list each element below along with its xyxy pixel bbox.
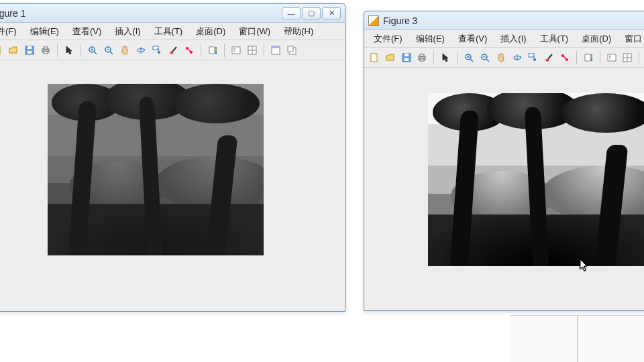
toolbar-separator [600, 51, 600, 64]
window-controls: — ▢ ✕ [282, 7, 341, 19]
svg-point-16 [158, 51, 160, 54]
figure-window-3: Figure 3 文件(F) 编辑(E) 查看(V) 插入(I) 工具(T) 桌… [364, 11, 644, 311]
pan-icon[interactable] [494, 50, 508, 65]
menu-help[interactable]: 帮助(H) [277, 23, 320, 40]
menu-window[interactable]: 窗口 [618, 31, 644, 47]
svg-line-8 [94, 52, 97, 54]
menu-file[interactable]: 件(F) [0, 23, 23, 40]
svg-rect-24 [232, 47, 240, 54]
menubar: 文件(F) 编辑(E) 查看(V) 插入(I) 工具(T) 桌面(D) 窗口 [364, 30, 644, 48]
svg-line-55 [564, 56, 566, 59]
open-file-icon[interactable] [383, 50, 398, 65]
svg-rect-36 [405, 54, 409, 56]
svg-line-46 [486, 59, 489, 62]
svg-line-42 [470, 59, 473, 62]
layout-icon[interactable] [245, 43, 260, 58]
menu-desktop[interactable]: 桌面(D) [575, 31, 618, 47]
datacursor-icon[interactable] [525, 50, 540, 65]
menu-tools[interactable]: 工具(T) [533, 31, 576, 47]
menu-insert[interactable]: 插入(I) [494, 31, 533, 47]
svg-rect-6 [44, 52, 48, 54]
figure-image [428, 93, 644, 266]
pointer-icon[interactable] [62, 43, 76, 58]
toolbar-separator [57, 44, 58, 57]
svg-rect-39 [420, 54, 424, 56]
figure-window-1: Figure 1 — ▢ ✕ 件(F) 编辑(E) 查看(V) 插入(I) 工具… [0, 3, 345, 312]
svg-line-18 [172, 47, 176, 52]
svg-point-50 [533, 58, 536, 61]
titlebar[interactable]: Figure 1 — ▢ ✕ [0, 4, 345, 23]
save-icon[interactable] [399, 50, 414, 65]
dock-icon[interactable] [268, 43, 283, 58]
menu-edit[interactable]: 编辑(E) [23, 23, 66, 40]
menu-view[interactable]: 查看(V) [66, 23, 108, 40]
menu-file[interactable]: 文件(F) [367, 31, 409, 47]
brush-icon[interactable] [541, 50, 556, 65]
toolbar-separator [457, 51, 458, 64]
svg-line-21 [188, 49, 191, 52]
close-button[interactable]: ✕ [322, 7, 341, 19]
menu-insert[interactable]: 插入(I) [108, 23, 147, 40]
link-icon[interactable] [182, 43, 197, 58]
svg-rect-33 [288, 46, 293, 52]
svg-line-52 [548, 54, 552, 59]
minimize-button[interactable]: — [282, 7, 301, 19]
pan-icon[interactable] [117, 43, 132, 58]
menu-view[interactable]: 查看(V) [451, 31, 494, 47]
toolbar-separator [201, 44, 201, 57]
rotate3d-icon[interactable] [510, 50, 525, 65]
rotate3d-icon[interactable] [133, 43, 148, 58]
figure-canvas[interactable] [364, 68, 644, 310]
new-file-icon[interactable] [0, 43, 5, 58]
menu-edit[interactable]: 编辑(E) [409, 31, 451, 47]
svg-line-12 [110, 52, 113, 54]
toolbar-separator [264, 44, 264, 57]
background-panel [510, 315, 644, 362]
toolbar [364, 48, 644, 68]
link-icon[interactable] [557, 50, 572, 65]
menu-tools[interactable]: 工具(T) [148, 23, 190, 40]
svg-rect-5 [44, 47, 48, 49]
layout-icon[interactable] [621, 50, 635, 65]
svg-rect-22 [209, 47, 215, 54]
pointer-icon[interactable] [438, 50, 453, 65]
zoom-in-icon[interactable] [462, 50, 476, 65]
app-icon [368, 15, 379, 26]
menubar: 件(F) 编辑(E) 查看(V) 插入(I) 工具(T) 桌面(D) 窗口(W)… [0, 23, 345, 40]
print-icon[interactable] [38, 43, 53, 58]
svg-rect-31 [272, 46, 280, 48]
zoom-out-icon[interactable] [101, 43, 116, 58]
svg-rect-2 [28, 46, 32, 49]
zoom-in-icon[interactable] [85, 43, 100, 58]
datacursor-icon[interactable] [150, 43, 164, 58]
titlebar[interactable]: Figure 3 [364, 11, 644, 30]
toolbar [0, 40, 345, 60]
undock-icon[interactable] [284, 43, 299, 58]
figure-image [48, 84, 264, 255]
svg-rect-37 [405, 58, 409, 61]
menu-window[interactable]: 窗口(W) [232, 23, 277, 40]
zoom-out-icon[interactable] [478, 50, 492, 65]
open-file-icon[interactable] [6, 43, 21, 58]
save-icon[interactable] [22, 43, 37, 58]
toolbar-separator [224, 44, 225, 57]
legend-icon[interactable] [604, 50, 619, 65]
print-icon[interactable] [415, 50, 429, 65]
maximize-button[interactable]: ▢ [302, 7, 321, 19]
colorbar-icon[interactable] [205, 43, 220, 58]
toolbar-separator [639, 51, 639, 64]
toolbar-separator [576, 51, 577, 64]
colorbar-icon[interactable] [581, 50, 596, 65]
brush-icon[interactable] [166, 43, 180, 58]
legend-icon[interactable] [229, 43, 244, 58]
svg-rect-57 [591, 54, 592, 61]
window-title: Figure 3 [383, 15, 644, 26]
toolbar-separator [433, 51, 434, 64]
svg-rect-3 [28, 51, 32, 54]
figure-canvas[interactable] [0, 60, 345, 311]
svg-rect-56 [585, 54, 590, 61]
new-file-icon[interactable] [367, 50, 382, 65]
window-title: Figure 1 [0, 8, 278, 19]
toolbar-separator [80, 44, 81, 57]
menu-desktop[interactable]: 桌面(D) [189, 23, 232, 40]
